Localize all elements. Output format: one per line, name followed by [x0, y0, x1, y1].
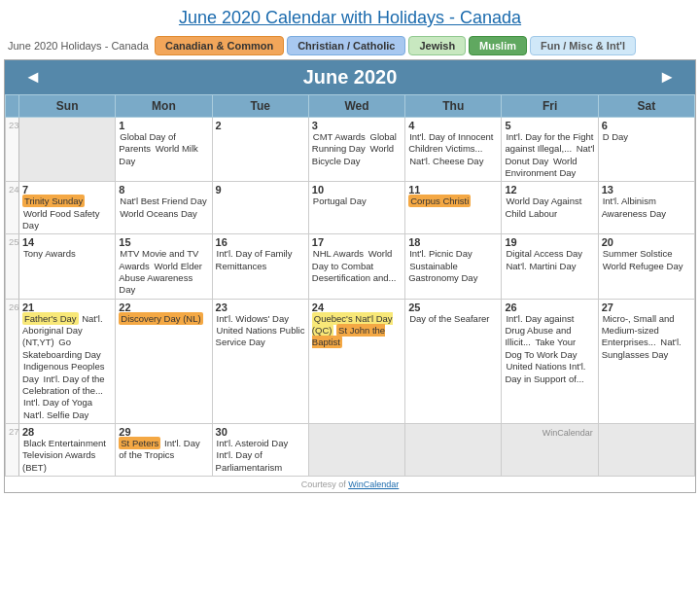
- event-world-oceans-day: World Oceans Day: [119, 208, 198, 219]
- tab-canadian[interactable]: Canadian & Common: [155, 36, 284, 55]
- tab-christian[interactable]: Christian / Catholic: [287, 36, 405, 55]
- event-intl-picnic-day: Int'l. Picnic Day: [408, 248, 473, 259]
- day-13: 13 Int'l. Albinism Awareness Day: [598, 182, 694, 234]
- day-24: 24 Quebec's Nat'l Day (QC) St John the B…: [308, 299, 404, 423]
- prev-month-button[interactable]: ◄: [17, 67, 50, 88]
- header-thu: Thu: [405, 95, 502, 118]
- day-17: 17 NHL Awards World Day to Combat Desert…: [308, 234, 404, 299]
- header-tue: Tue: [212, 95, 308, 118]
- day-16: 16 Int'l. Day of Family Remittances: [212, 234, 308, 299]
- header-sun: Sun: [19, 95, 116, 118]
- day-19: 19 Digital Access Day Nat'l. Martini Day: [502, 234, 598, 299]
- event-intl-widows-day: Int'l. Widows' Day: [216, 313, 290, 324]
- event-world-day-against-child-labour: World Day Against Child Labour: [505, 195, 581, 218]
- day-25: 25 Day of the Seafarer: [405, 299, 502, 423]
- week-number-25: 25: [6, 234, 19, 299]
- day-14: 14 Tony Awards: [19, 234, 116, 299]
- event-intl-day-yoga: Int'l. Day of Yoga: [22, 397, 93, 408]
- event-cmt-awards: CMT Awards: [312, 131, 367, 142]
- week-row-2: 24 7 Trinity Sunday World Food Safety Da…: [6, 182, 695, 234]
- day-10: 10 Portugal Day: [308, 182, 404, 234]
- wincalendar-link[interactable]: WinCalendar: [348, 480, 399, 489]
- day-29: 29 St Peters Int'l. Day of the Tropics: [116, 423, 212, 476]
- week-row-5: 27 28 Black Entertainment Television Awa…: [6, 423, 695, 476]
- event-intl-albinism-awareness: Int'l. Albinism Awareness Day: [602, 195, 667, 218]
- day-empty-3: [405, 423, 502, 476]
- event-portugal-day: Portugal Day: [312, 195, 368, 206]
- day-27: 27 Micro-, Small and Medium-sized Enterp…: [598, 299, 694, 423]
- event-intl-day-parliamentarism: Int'l. Day of Parliamentarism: [216, 449, 284, 472]
- calendar-title: June 2020: [303, 66, 398, 89]
- day-1: 1 Global Day of Parents World Milk Day: [116, 118, 212, 182]
- event-tony-awards: Tony Awards: [22, 248, 77, 259]
- day-5: 5 Int'l. Day for the Fight against Illeg…: [502, 118, 598, 182]
- event-world-refugee-day: World Refugee Day: [602, 261, 684, 271]
- page-title: June 2020 Calendar with Holidays - Canad…: [0, 0, 700, 32]
- tab-muslim[interactable]: Muslim: [469, 36, 527, 55]
- event-nhl-awards: NHL Awards: [312, 248, 365, 259]
- week-row-4: 26 21 Father's Day Nat'l. Aboriginal Day…: [6, 299, 695, 423]
- wincalendar-watermark: WinCalendar: [505, 426, 594, 440]
- day-empty-5: [598, 423, 694, 476]
- next-month-button[interactable]: ►: [650, 67, 683, 88]
- event-sustainable-gastronomy: Sustainable Gastronomy Day: [408, 261, 478, 283]
- courtesy-text: Courtesy of WinCalendar: [5, 477, 695, 492]
- day-15: 15 MTV Movie and TV Awards World Elder A…: [116, 234, 212, 299]
- day-3: 3 CMT Awards Global Running Day World Bi…: [308, 118, 404, 182]
- day-7: 7 Trinity Sunday World Food Safety Day: [19, 182, 116, 234]
- week-row-1: 23 1 Global Day of Parents World Milk Da…: [6, 118, 695, 182]
- event-natl-martini-day: Nat'l. Martini Day: [505, 261, 577, 271]
- event-natl-cheese-day: Nat'l. Cheese Day: [408, 156, 484, 166]
- tab-jewish[interactable]: Jewish: [408, 36, 466, 55]
- event-discovery-day-nl: Discovery Day (NL): [119, 312, 202, 325]
- day-21: 21 Father's Day Nat'l. Aboriginal Day (N…: [19, 299, 116, 423]
- event-corpus-christi: Corpus Christi: [408, 195, 471, 207]
- header-fri: Fri: [502, 95, 598, 118]
- day-18: 18 Int'l. Picnic Day Sustainable Gastron…: [405, 234, 502, 299]
- event-st-peters: St Peters: [119, 437, 160, 449]
- header-wed: Wed: [308, 95, 404, 118]
- event-digital-access-day: Digital Access Day: [505, 248, 583, 259]
- day-12: 12 World Day Against Child Labour: [502, 182, 598, 234]
- day-9: 9: [212, 182, 308, 234]
- event-summer-solstice: Summer Solstice: [602, 248, 674, 259]
- day-8: 8 Nat'l Best Friend Day World Oceans Day: [116, 182, 212, 234]
- day-28: 28 Black Entertainment Television Awards…: [19, 423, 116, 476]
- day-26: 26 Int'l. Day against Drug Abuse and Ill…: [502, 299, 598, 423]
- day-2: 2: [212, 118, 308, 182]
- week-number-24: 24: [6, 182, 19, 234]
- day-empty-2: [308, 423, 404, 476]
- day-30: 30 Int'l. Asteroid Day Int'l. Day of Par…: [212, 423, 308, 476]
- day-22: 22 Discovery Day (NL): [116, 299, 212, 423]
- event-day-of-seafarer: Day of the Seafarer: [408, 313, 490, 324]
- event-natl-best-friend: Nat'l Best Friend Day: [119, 195, 207, 206]
- event-black-entertainment-television: Black Entertainment Television Awards (B…: [22, 438, 106, 473]
- event-intl-day-innocent: Int'l. Day of Innocent Children Victims.…: [408, 131, 493, 154]
- day-empty-1: [19, 118, 116, 182]
- week-row-3: 25 14 Tony Awards 15 MTV Movie and TV Aw…: [6, 234, 695, 299]
- header-mon: Mon: [116, 95, 212, 118]
- week-number-26: 26: [6, 299, 19, 423]
- event-trinity-sunday: Trinity Sunday: [22, 195, 85, 207]
- event-un-public-service-day: United Nations Public Service Day: [216, 325, 305, 347]
- topbar-label: June 2020 Holidays - Canada: [8, 40, 149, 52]
- day-empty-4: WinCalendar: [502, 423, 598, 476]
- week-number-23: 23: [6, 118, 19, 182]
- event-world-food-safety: World Food Safety Day: [22, 208, 100, 231]
- header-sat: Sat: [598, 95, 694, 118]
- day-23: 23 Int'l. Widows' Day United Nations Pub…: [212, 299, 308, 423]
- tab-fun[interactable]: Fun / Misc & Int'l: [530, 36, 636, 55]
- day-6: 6 D Day: [598, 118, 694, 182]
- day-20: 20 Summer Solstice World Refugee Day: [598, 234, 694, 299]
- event-natl-selfie-day: Nat'l. Selfie Day: [22, 409, 89, 420]
- event-asteroid-day: Int'l. Asteroid Day: [216, 438, 290, 448]
- event-un-day-support: United Nations Int'l. Day in Support of.…: [505, 361, 585, 383]
- day-4: 4 Int'l. Day of Innocent Children Victim…: [405, 118, 502, 182]
- event-d-day: D Day: [602, 131, 629, 142]
- week-number-27: 27: [6, 423, 19, 476]
- event-intl-family-remittances: Int'l. Day of Family Remittances: [216, 248, 293, 270]
- event-fathers-day: Father's Day: [22, 312, 79, 325]
- day-11: 11 Corpus Christi: [405, 182, 502, 234]
